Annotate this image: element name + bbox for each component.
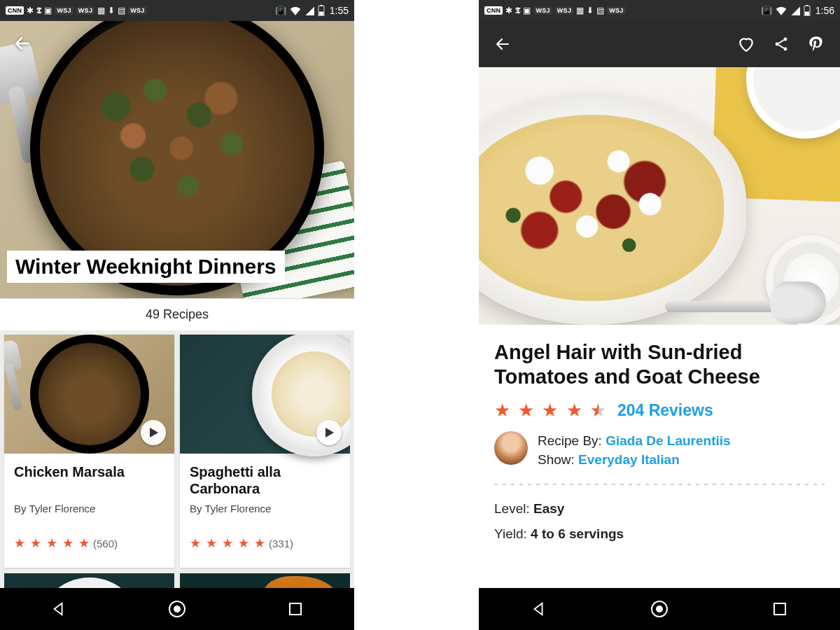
show-link[interactable]: Everyday Italian (578, 452, 680, 467)
svg-rect-1 (320, 5, 322, 6)
recipe-card-title: Spaghetti alla Carbonara (190, 463, 340, 498)
status-time: 1:56 (816, 5, 834, 16)
svg-rect-2 (319, 12, 323, 16)
nav-back-button[interactable] (528, 598, 550, 620)
recipe-title: Angel Hair with Sun-dried Tomatoes and G… (494, 340, 825, 390)
battery-icon (804, 5, 811, 16)
android-nav-bar (0, 588, 354, 630)
collection-screen: Winter Weeknight Dinners 49 Recipes Chic… (0, 21, 354, 588)
hero-title: Winter Weeknight Dinners (7, 251, 285, 283)
favorite-button[interactable] (732, 30, 760, 58)
recipe-card-peek[interactable] (4, 573, 174, 588)
svg-point-4 (174, 606, 181, 612)
nav-recent-button[interactable] (284, 598, 307, 620)
recipe-hero-image[interactable] (479, 67, 840, 325)
yield-row: Yield: 4 to 6 servings (494, 522, 825, 547)
svg-rect-14 (774, 603, 785, 615)
svg-rect-5 (290, 603, 301, 615)
back-button[interactable] (10, 31, 35, 56)
wifi-icon (290, 6, 301, 15)
reviews-link[interactable]: 204 Reviews (617, 401, 713, 420)
vibrate-icon: 📳 (275, 6, 286, 16)
show-line: Show: Everyday Italian (538, 450, 731, 470)
bottom-fade (479, 570, 840, 588)
recipe-card-title: Chicken Marsala (14, 463, 164, 498)
play-icon[interactable] (316, 420, 342, 445)
battery-icon (318, 5, 325, 16)
recipe-by-line: Recipe By: Giada De Laurentiis (538, 431, 731, 451)
review-count: (331) (269, 538, 293, 550)
phone-right-screenshot: CNN ✱ 𝕿 ▣ WSJ WSJ ▦ ⬇ ▤ WSJ 📳 1:56 (479, 0, 840, 630)
status-notification-icons: CNN ✱ 𝕿 ▣ WSJ WSJ ▦ ⬇ ▤ WSJ (484, 6, 626, 16)
wifi-icon (776, 6, 787, 15)
star-rating-icon: ★ ★ ★ ★ ★ (190, 536, 266, 551)
recipe-card-image (180, 335, 350, 454)
back-button[interactable] (489, 30, 517, 58)
recipe-card-image (4, 335, 174, 454)
recipe-card[interactable]: Chicken Marsala By Tyler Florence ★ ★ ★ … (4, 335, 174, 568)
nav-home-button[interactable] (166, 598, 188, 620)
status-system-icons: 📳 1:56 (761, 5, 834, 16)
svg-point-13 (656, 606, 663, 612)
pinterest-button[interactable] (802, 30, 830, 58)
status-time: 1:55 (330, 5, 349, 16)
recipe-card-author: By Tyler Florence (190, 503, 340, 514)
cell-signal-icon (790, 6, 800, 15)
level-row: Level: Easy (494, 496, 825, 522)
share-button[interactable] (767, 30, 795, 58)
vibrate-icon: 📳 (761, 6, 772, 16)
recipe-card-peek[interactable] (180, 573, 350, 588)
app-bar (479, 21, 840, 67)
author-avatar[interactable] (494, 431, 528, 465)
star-rating-icon: ★ ★ ★ ★ ★ (14, 536, 90, 551)
play-icon[interactable] (141, 420, 166, 445)
status-bar: CNN ✱ 𝕿 ▣ WSJ WSJ ▦ ⬇ ▤ WSJ 📳 1:55 (0, 0, 354, 21)
review-count: (560) (93, 538, 118, 550)
android-nav-bar (479, 588, 840, 630)
recipe-count: 49 Recipes (0, 298, 354, 330)
nav-home-button[interactable] (648, 598, 671, 620)
status-bar: CNN ✱ 𝕿 ▣ WSJ WSJ ▦ ⬇ ▤ WSJ 📳 1:56 (479, 0, 840, 21)
recipe-screen: Angel Hair with Sun-dried Tomatoes and G… (479, 67, 840, 588)
status-notification-icons: CNN ✱ 𝕿 ▣ WSJ WSJ ▦ ⬇ ▤ WSJ (6, 6, 147, 16)
status-system-icons: 📳 1:55 (275, 5, 349, 16)
nav-back-button[interactable] (48, 598, 70, 620)
recipe-card-author: By Tyler Florence (14, 503, 164, 514)
recipe-card[interactable]: Spaghetti alla Carbonara By Tyler Floren… (180, 335, 350, 568)
recipe-card-rating: ★ ★ ★ ★ ★ (331) (190, 536, 340, 561)
nav-recent-button[interactable] (769, 598, 791, 620)
svg-rect-7 (806, 5, 808, 6)
cell-signal-icon (304, 6, 314, 15)
hero-image[interactable]: Winter Weeknight Dinners (0, 21, 354, 298)
svg-rect-8 (805, 12, 809, 16)
author-link[interactable]: Giada De Laurentiis (606, 433, 730, 448)
recipe-card-rating: ★ ★ ★ ★ ★ (560) (14, 536, 164, 561)
phone-left-screenshot: CNN ✱ 𝕿 ▣ WSJ WSJ ▦ ⬇ ▤ WSJ 📳 1:55 (0, 0, 354, 630)
star-rating-icon: ★ ★ ★ ★ ★ (494, 400, 608, 421)
